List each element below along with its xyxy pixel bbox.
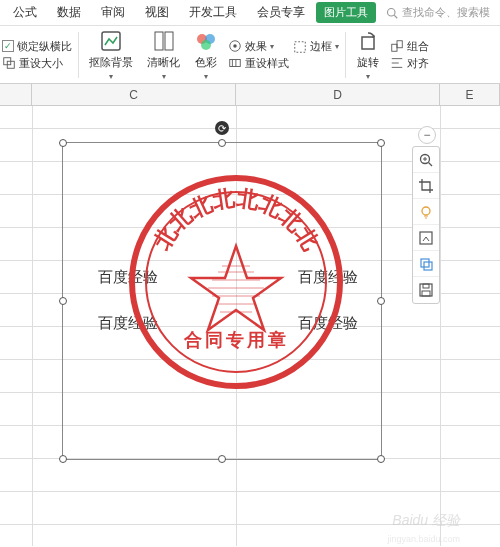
- float-copy-button[interactable]: [413, 251, 439, 277]
- svg-point-34: [422, 207, 430, 215]
- rotate-button[interactable]: 旋转▾: [352, 27, 384, 83]
- tab-image-tools[interactable]: 图片工具: [316, 2, 376, 23]
- svg-line-33: [429, 162, 433, 166]
- handle-tl[interactable]: [59, 139, 67, 147]
- search-icon: [386, 7, 398, 19]
- search-placeholder: 查找命令、搜索模: [402, 5, 490, 20]
- reset-style-icon: [228, 56, 242, 70]
- svg-rect-13: [295, 41, 306, 52]
- magnifier-icon: [418, 152, 434, 168]
- remove-bg-icon: [99, 29, 123, 53]
- tab-formula[interactable]: 公式: [4, 0, 46, 25]
- svg-rect-37: [420, 232, 432, 244]
- grid-body[interactable]: 百度经验 百度经验 百度经验 百度经验 北北北北北北北北 合同专用章: [0, 106, 500, 546]
- image-selection-box[interactable]: ⟳: [62, 142, 382, 460]
- tab-devtools[interactable]: 开发工具: [180, 0, 246, 25]
- clarity-icon: [152, 29, 176, 53]
- reset-style-button[interactable]: 重设样式: [228, 56, 289, 71]
- reset-size-icon: [2, 56, 16, 70]
- ribbon-toolbar: ✓ 锁定纵横比 重设大小 抠除背景▾ 清晰化▾ 色彩▾ 效果▾ 重设样式 边框▾: [0, 26, 500, 84]
- handle-t[interactable]: [218, 139, 226, 147]
- border-button[interactable]: 边框▾: [293, 39, 339, 54]
- clarity-button[interactable]: 清晰化▾: [143, 27, 184, 83]
- lock-ratio-label: 锁定纵横比: [17, 39, 72, 54]
- float-replace-button[interactable]: [413, 225, 439, 251]
- svg-point-9: [201, 40, 211, 50]
- svg-line-1: [394, 15, 397, 18]
- ribbon-tabs: 公式 数据 审阅 视图 开发工具 会员专享 图片工具 查找命令、搜索模: [0, 0, 500, 26]
- column-headers: C D E: [0, 84, 500, 106]
- svg-rect-41: [423, 284, 429, 288]
- corner-cell[interactable]: [0, 84, 32, 105]
- col-header-e[interactable]: E: [440, 84, 500, 105]
- effect-icon: [228, 39, 242, 53]
- lock-ratio-checkbox[interactable]: ✓: [2, 40, 14, 52]
- rotate-handle[interactable]: ⟳: [215, 121, 229, 135]
- tab-view[interactable]: 视图: [136, 0, 178, 25]
- color-button[interactable]: 色彩▾: [190, 27, 222, 83]
- handle-tr[interactable]: [377, 139, 385, 147]
- size-group: ✓ 锁定纵横比 重设大小: [2, 39, 72, 71]
- separator: [78, 32, 79, 78]
- float-idea-button[interactable]: [413, 199, 439, 225]
- floating-toolbar: [412, 146, 440, 304]
- search-box[interactable]: 查找命令、搜索模: [386, 5, 490, 20]
- watermark-url: jingyan.baidu.com: [387, 534, 460, 544]
- spreadsheet: C D E 百度经验 百度经验 百度经验 百度经验: [0, 84, 500, 546]
- align-button[interactable]: 对齐: [390, 56, 429, 71]
- border-icon: [293, 40, 307, 54]
- separator: [345, 32, 346, 78]
- tab-data[interactable]: 数据: [48, 0, 90, 25]
- handle-l[interactable]: [59, 297, 67, 305]
- effect-button[interactable]: 效果▾: [228, 39, 289, 54]
- handle-bl[interactable]: [59, 455, 67, 463]
- float-save-button[interactable]: [413, 277, 439, 303]
- reset-size-button[interactable]: 重设大小: [19, 56, 63, 71]
- remove-bg-button[interactable]: 抠除背景▾: [85, 27, 137, 83]
- border-group: 边框▾: [293, 39, 339, 70]
- svg-rect-15: [392, 44, 397, 51]
- rotate-icon: [356, 29, 380, 53]
- replace-icon: [418, 230, 434, 246]
- svg-rect-12: [230, 60, 241, 67]
- col-header-c[interactable]: C: [32, 84, 236, 105]
- svg-point-0: [388, 8, 396, 16]
- group-icon: [390, 39, 404, 53]
- col-header-d[interactable]: D: [236, 84, 440, 105]
- tab-member[interactable]: 会员专享: [248, 0, 314, 25]
- effect-group: 效果▾ 重设样式: [228, 39, 289, 71]
- tab-review[interactable]: 审阅: [92, 0, 134, 25]
- float-zoom-button[interactable]: [413, 147, 439, 173]
- collapse-panel-button[interactable]: −: [418, 126, 436, 144]
- crop-icon: [418, 178, 434, 194]
- svg-rect-38: [421, 259, 429, 267]
- svg-point-11: [233, 44, 237, 48]
- svg-rect-16: [397, 41, 402, 48]
- bulb-icon: [418, 204, 434, 220]
- align-icon: [390, 56, 404, 70]
- handle-r[interactable]: [377, 297, 385, 305]
- svg-rect-14: [362, 37, 374, 49]
- svg-rect-6: [165, 32, 173, 50]
- watermark: Baidu 经验: [392, 512, 460, 530]
- handle-br[interactable]: [377, 455, 385, 463]
- svg-rect-39: [424, 262, 432, 270]
- svg-rect-5: [155, 32, 163, 50]
- color-icon: [194, 29, 218, 53]
- handle-b[interactable]: [218, 455, 226, 463]
- group-button[interactable]: 组合: [390, 39, 429, 54]
- svg-rect-42: [422, 291, 430, 296]
- arrange-group: 组合 对齐: [390, 39, 429, 71]
- float-crop-button[interactable]: [413, 173, 439, 199]
- copy-icon: [418, 256, 434, 272]
- save-icon: [418, 282, 434, 298]
